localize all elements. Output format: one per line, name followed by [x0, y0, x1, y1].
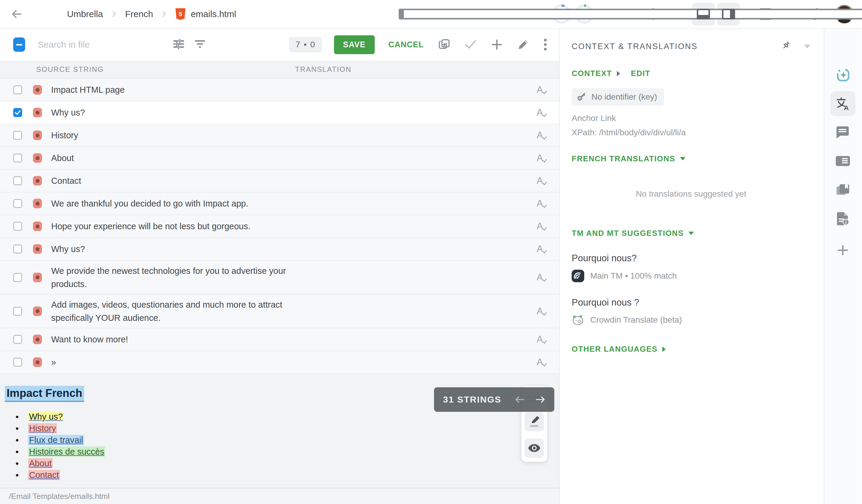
translations-tab-icon[interactable]: A: [830, 91, 856, 116]
preview-link[interactable]: Flux de travail: [28, 435, 84, 445]
breadcrumb-file[interactable]: emails.html: [191, 9, 236, 19]
breadcrumb-language[interactable]: French: [125, 9, 153, 19]
untranslated-status-icon: [33, 108, 42, 117]
untranslated-status-icon: [33, 306, 42, 316]
row-checkbox[interactable]: [13, 108, 22, 117]
preview-link-item: Histoires de succès: [28, 446, 559, 457]
chevron-right-icon: [162, 11, 166, 18]
a-check-icon[interactable]: A: [537, 357, 547, 368]
collapse-caret-icon[interactable]: [804, 44, 811, 49]
table-row[interactable]: Why us?A: [0, 238, 559, 261]
preview-nav-list: Why us? History Flux de travail Histoire…: [28, 411, 559, 481]
row-checkbox[interactable]: [13, 85, 22, 94]
a-check-icon[interactable]: A: [537, 243, 547, 254]
section-other-languages[interactable]: OTHER LANGUAGES: [572, 344, 811, 354]
back-arrow-icon[interactable]: [10, 8, 23, 20]
a-check-icon[interactable]: A: [537, 198, 547, 209]
copy-source-icon[interactable]: [438, 39, 450, 51]
table-row[interactable]: Add images, videos, questionaries and mu…: [0, 294, 559, 328]
context-links: CONTEXT EDIT: [572, 69, 811, 78]
pin-icon[interactable]: [781, 41, 791, 52]
a-check-icon[interactable]: A: [537, 334, 547, 345]
comments-tab-icon[interactable]: [830, 120, 856, 145]
tm-suggestion-text[interactable]: Pourquoi nous?: [572, 253, 811, 264]
a-check-icon[interactable]: A: [537, 221, 547, 231]
strings-pane: 7 • 0 SAVE CANCEL: [0, 29, 559, 504]
row-checkbox[interactable]: [13, 358, 22, 367]
table-row[interactable]: We provide the newest technologies for y…: [0, 261, 559, 294]
table-row[interactable]: AboutA: [0, 147, 559, 170]
mt-suggestion-text[interactable]: Pourquoi nous ?: [572, 297, 811, 308]
table-row[interactable]: Hope your experience will be not less bu…: [0, 215, 559, 238]
pager-prev-icon[interactable]: [515, 395, 525, 404]
preview-link-item: Why us?: [28, 411, 559, 423]
preview-view-button[interactable]: [525, 438, 544, 457]
section-tm-mt-suggestions[interactable]: TM AND MT SUGGESTIONS: [572, 229, 811, 238]
preview-link[interactable]: Contact: [28, 470, 60, 480]
table-row-selected[interactable]: Why us?A: [0, 102, 559, 124]
identifier-text: No identifier (key): [591, 92, 657, 102]
preview-title[interactable]: Impact French: [5, 386, 84, 402]
filter-sliders-icon[interactable]: [172, 38, 185, 51]
context-xpath: XPath: /html/body/div/div/ul/li/a: [572, 128, 811, 137]
ai-assistant-icon[interactable]: [830, 62, 856, 88]
row-checkbox[interactable]: [13, 335, 22, 344]
table-row[interactable]: Impact HTML pageA: [0, 79, 559, 102]
section-french-translations[interactable]: FRENCH TRANSLATIONS: [572, 154, 811, 163]
a-check-icon[interactable]: A: [537, 130, 547, 141]
untranslated-status-icon: [33, 199, 42, 208]
context-link[interactable]: CONTEXT: [572, 69, 612, 78]
menu-icon[interactable]: [35, 10, 47, 19]
row-checkbox[interactable]: [13, 131, 22, 140]
preview-link[interactable]: Histoires de succès: [28, 447, 105, 457]
row-checkbox[interactable]: [13, 273, 22, 282]
approve-check-icon[interactable]: [465, 40, 476, 49]
breadcrumb-project[interactable]: Umbrella: [67, 9, 103, 19]
table-row[interactable]: Want to know more!A: [0, 328, 559, 351]
a-check-icon[interactable]: A: [537, 272, 547, 283]
glossary-tab-icon[interactable]: [830, 177, 856, 202]
a-check-icon[interactable]: A: [537, 175, 547, 186]
select-all-checkbox[interactable]: [13, 37, 25, 52]
file-info-tab-icon[interactable]: [830, 206, 856, 231]
edit-link[interactable]: EDIT: [631, 69, 650, 78]
untranslated-status-icon: [33, 85, 42, 95]
preview-link[interactable]: About: [28, 458, 53, 468]
row-checkbox[interactable]: [13, 222, 22, 231]
a-check-icon[interactable]: A: [537, 107, 547, 118]
save-button[interactable]: SAVE: [334, 35, 375, 54]
cancel-button[interactable]: CANCEL: [389, 40, 424, 49]
a-check-icon[interactable]: A: [537, 306, 547, 317]
terms-tab-icon[interactable]: [830, 148, 856, 174]
mt-suggestion-meta: Crowdin Translate (beta): [572, 314, 811, 326]
row-checkbox[interactable]: [13, 244, 22, 253]
add-panel-icon[interactable]: [830, 238, 856, 263]
context-panel: CONTEXT & TRANSLATIONS CONTEXT EDIT No i…: [559, 29, 824, 504]
string-rows: Impact HTML pageA Why us?A HistoryA Abou…: [0, 79, 559, 374]
preview-link[interactable]: History: [28, 423, 57, 433]
row-checkbox[interactable]: [13, 154, 22, 162]
preview-edit-button[interactable]: [525, 412, 544, 431]
left-pane-toggle-icon[interactable]: [667, 3, 690, 25]
table-row[interactable]: »A: [0, 351, 559, 374]
untranslated-status-icon: [33, 357, 42, 367]
add-string-icon[interactable]: [491, 39, 503, 51]
caret-down-icon: [688, 231, 694, 235]
preview-link[interactable]: Why us?: [28, 412, 64, 422]
a-check-icon[interactable]: A: [537, 152, 547, 163]
row-checkbox[interactable]: [13, 199, 22, 208]
row-checkbox[interactable]: [13, 307, 22, 316]
source-string: We are thankful you decided to go with I…: [51, 197, 248, 210]
table-row[interactable]: HistoryA: [0, 124, 559, 147]
search-input[interactable]: [38, 40, 164, 50]
edit-pencil-icon[interactable]: [517, 39, 529, 51]
filter-funnel-icon[interactable]: [194, 39, 206, 51]
selection-counter: 7 • 0: [289, 37, 322, 52]
kebab-menu-icon[interactable]: [544, 38, 547, 51]
pager-next-icon[interactable]: [535, 395, 545, 404]
topbar-actions: 5% 3%: [548, 3, 854, 25]
row-checkbox[interactable]: [13, 176, 22, 185]
table-row[interactable]: ContactA: [0, 170, 559, 193]
a-check-icon[interactable]: A: [537, 84, 547, 95]
table-row[interactable]: We are thankful you decided to go with I…: [0, 193, 559, 215]
